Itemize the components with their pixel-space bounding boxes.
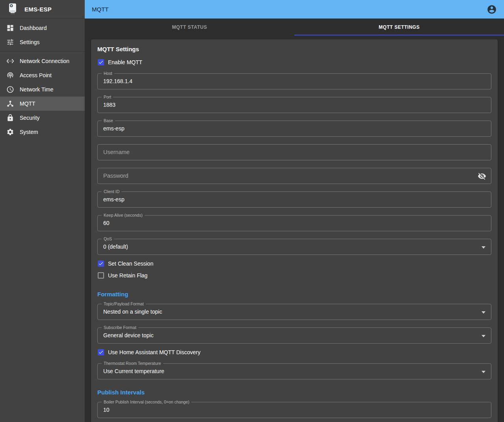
tab-label: MQTT SETTINGS <box>379 24 420 30</box>
field-value: General device topic <box>103 328 154 343</box>
field-value: Nested on a single topic <box>103 304 162 320</box>
sidebar-item-label: Dashboard <box>20 25 47 31</box>
content: MQTT Settings Enable MQTTHost192.168.1.4… <box>85 35 504 422</box>
checkbox-label: Use Home Assistant MQTT Discovery <box>108 349 201 355</box>
checkbox-set-clean-session[interactable]: Set Clean Session <box>97 258 491 270</box>
checkbox-label: Enable MQTT <box>108 59 142 65</box>
checkbox-box[interactable] <box>98 59 104 65</box>
dashboard-icon <box>6 24 14 32</box>
sidebar-item-security[interactable]: Security <box>0 111 85 125</box>
sidebar-item-label: System <box>20 129 38 135</box>
tab-label: MQTT STATUS <box>172 24 207 30</box>
field-placeholder: Username <box>103 145 130 160</box>
page-title: MQTT <box>92 6 487 13</box>
device-hub-icon <box>6 100 14 108</box>
checkbox-use-home-assistant-mqtt-discovery[interactable]: Use Home Assistant MQTT Discovery <box>97 346 491 358</box>
sidebar-item-access-point[interactable]: Access Point <box>0 68 85 82</box>
check-icon <box>98 349 104 355</box>
sidebar-divider <box>0 51 85 52</box>
sidebar-item-system[interactable]: System <box>0 125 85 139</box>
settings-form: Enable MQTTHost192.168.1.4Port1883Baseem… <box>97 56 491 418</box>
sidebar-item-network-time[interactable]: Network Time <box>0 82 85 97</box>
field-value: Use Current temperature <box>103 364 164 379</box>
sidebar: EMS-ESP DashboardSettingsNetwork Connect… <box>0 0 85 422</box>
field-value: 10 <box>103 402 110 418</box>
check-icon <box>98 59 104 65</box>
sidebar-item-network-connection[interactable]: Network Connection <box>0 54 85 68</box>
sidebar-item-label: Security <box>20 115 40 121</box>
sidebar-item-settings[interactable]: Settings <box>0 35 85 49</box>
tune-icon <box>6 38 14 46</box>
field-value: ems-esp <box>103 192 125 207</box>
tab-mqtt-settings[interactable]: MQTT SETTINGS <box>294 19 504 35</box>
checkbox-box[interactable] <box>98 260 104 267</box>
select-thermostat-room-temperature[interactable]: Thermostat Room TemperatureUse Current t… <box>97 363 491 379</box>
field-value: 0 (default) <box>103 239 128 255</box>
visibility-off-icon <box>478 172 486 180</box>
main-area: MQTT MQTT STATUSMQTT SETTINGS MQTT Setti… <box>85 0 504 422</box>
field-base[interactable]: Baseems-esp <box>97 121 491 137</box>
tab-bar: MQTT STATUSMQTT SETTINGS <box>85 19 504 35</box>
checkbox-label: Set Clean Session <box>108 260 153 267</box>
field-value: 1883 <box>103 97 115 113</box>
field-boiler-publish-interval-seconds-0-on-change[interactable]: Boiler Publish Interval (seconds, 0=on c… <box>97 402 491 418</box>
settings-ethernet-icon <box>6 57 14 65</box>
field-client-id[interactable]: Client IDems-esp <box>97 191 491 208</box>
field-value: 192.168.1.4 <box>103 74 132 89</box>
gear-icon <box>6 128 14 136</box>
wifi-tethering-icon <box>6 71 14 79</box>
field-placeholder: Password <box>103 168 128 184</box>
field-password[interactable]: Password <box>97 168 491 184</box>
tab-mqtt-status[interactable]: MQTT STATUS <box>85 19 294 35</box>
lock-icon <box>6 114 14 122</box>
app-name: EMS-ESP <box>24 6 52 13</box>
card-title: MQTT Settings <box>97 46 491 52</box>
field-value: 60 <box>103 216 110 231</box>
sidebar-item-label: Network Time <box>20 86 54 93</box>
select-topic-payload-format[interactable]: Topic/Payload FormatNested on a single t… <box>97 304 491 320</box>
sidebar-item-mqtt[interactable]: MQTT <box>0 97 85 111</box>
sidebar-item-label: Network Connection <box>20 58 69 64</box>
checkbox-enable-mqtt[interactable]: Enable MQTT <box>97 56 491 68</box>
sidebar-item-dashboard[interactable]: Dashboard <box>0 21 85 35</box>
ems-esp-logo-icon <box>6 3 19 15</box>
sidebar-nav: DashboardSettingsNetwork ConnectionAcces… <box>0 19 85 139</box>
sidebar-item-label: MQTT <box>20 100 35 107</box>
dropdown-caret-icon[interactable] <box>482 335 485 337</box>
tab-indicator <box>294 35 504 35</box>
dropdown-caret-icon[interactable] <box>482 311 485 314</box>
clock-icon <box>6 86 14 93</box>
field-port[interactable]: Port1883 <box>97 97 491 113</box>
sidebar-item-label: Access Point <box>20 72 52 78</box>
checkbox-box[interactable] <box>98 272 104 279</box>
section-heading-formatting: Formatting <box>97 291 491 297</box>
account-circle-icon <box>487 4 497 15</box>
checkbox-box[interactable] <box>98 349 104 355</box>
check-icon <box>98 261 104 266</box>
sidebar-header: EMS-ESP <box>0 0 85 19</box>
field-label: Boiler Publish Interval (seconds, 0=on c… <box>102 400 191 404</box>
select-qos[interactable]: QoS0 (default) <box>97 239 491 255</box>
appbar: MQTT <box>85 0 504 19</box>
account-button[interactable] <box>487 4 497 15</box>
mqtt-settings-card: MQTT Settings Enable MQTTHost192.168.1.4… <box>91 39 498 422</box>
sidebar-item-label: Settings <box>20 39 40 45</box>
field-keep-alive-seconds[interactable]: Keep Alive (seconds)60 <box>97 215 491 231</box>
field-host[interactable]: Host192.168.1.4 <box>97 73 491 89</box>
select-subscribe-format[interactable]: Subscribe FormatGeneral device topic <box>97 327 491 344</box>
visibility-off-button[interactable] <box>478 172 486 180</box>
dropdown-caret-icon[interactable] <box>482 246 485 249</box>
section-heading-publish-intervals: Publish Intervals <box>97 389 491 396</box>
dropdown-caret-icon[interactable] <box>482 371 485 373</box>
checkbox-label: Use Retain Flag <box>108 272 147 279</box>
field-username[interactable]: Username <box>97 144 491 160</box>
checkbox-use-retain-flag[interactable]: Use Retain Flag <box>97 270 491 281</box>
field-value: ems-esp <box>103 121 125 136</box>
